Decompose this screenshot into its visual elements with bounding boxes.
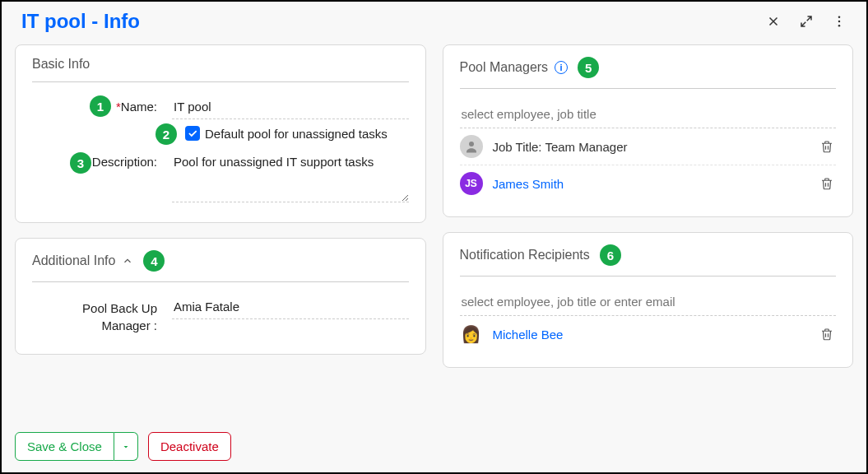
default-pool-label: Default pool for unassigned tasks (205, 127, 388, 141)
save-close-button[interactable]: Save & Close (15, 432, 114, 461)
save-button-group: Save & Close (15, 432, 138, 461)
pool-managers-select[interactable] (460, 104, 837, 128)
default-pool-checkbox[interactable] (185, 126, 200, 141)
backup-manager-label: Pool Back Up Manager : (32, 297, 172, 334)
annotation-badge-3: 3 (70, 152, 91, 174)
more-icon[interactable] (832, 14, 847, 29)
basic-info-card: Basic Info 1 *Name: 2 Default pool for u… (15, 44, 426, 223)
divider (460, 276, 837, 276)
svg-point-3 (469, 142, 474, 146)
notification-title: Notification Recipients 6 (460, 244, 837, 271)
avatar: 👩 (460, 323, 483, 346)
trash-icon[interactable] (818, 174, 836, 193)
basic-info-title: Basic Info (32, 57, 409, 77)
info-icon[interactable]: i (555, 61, 568, 74)
svg-point-0 (838, 16, 841, 18)
pool-managers-title-text: Pool Managers (460, 60, 549, 75)
divider (32, 281, 409, 282)
divider (460, 88, 837, 89)
trash-icon[interactable] (818, 325, 836, 343)
svg-point-1 (838, 21, 841, 23)
save-dropdown-button[interactable] (114, 432, 138, 461)
avatar (460, 135, 483, 158)
description-label: Description: (32, 152, 172, 169)
notification-select[interactable] (460, 291, 837, 316)
additional-info-card: Additional Info 4 Pool Back Up Manager : (15, 238, 426, 355)
pool-managers-list: Job Title: Team ManagerJSJames Smith (460, 128, 837, 202)
backup-manager-input[interactable] (172, 297, 409, 319)
notification-card: Notification Recipients 6 👩Michelle Bee (443, 232, 854, 368)
pool-managers-title: Pool Managers i 5 (460, 57, 837, 83)
annotation-badge-5: 5 (578, 57, 599, 78)
svg-point-2 (838, 25, 841, 27)
name-input[interactable] (172, 97, 409, 119)
annotation-badge-1: 1 (90, 95, 111, 117)
additional-info-title-text: Additional Info (32, 253, 115, 268)
chevron-up-icon[interactable] (122, 255, 133, 267)
avatar: JS (460, 172, 483, 195)
list-item: JSJames Smith (460, 165, 837, 202)
page-title: IT pool - Info (21, 10, 140, 33)
close-icon[interactable] (766, 14, 781, 29)
pool-managers-card: Pool Managers i 5 Job Title: Team Manage… (443, 44, 854, 217)
list-item-label: Job Title: Team Manager (493, 140, 809, 154)
expand-icon[interactable] (799, 14, 814, 29)
trash-icon[interactable] (818, 137, 836, 156)
annotation-badge-2: 2 (155, 123, 177, 145)
backup-manager-row: Pool Back Up Manager : (32, 297, 409, 334)
default-pool-row: 2 Default pool for unassigned tasks (172, 126, 409, 141)
description-field-row: 3 Description: (32, 152, 409, 202)
dialog-header: IT pool - Info (2, 2, 866, 38)
deactivate-button[interactable]: Deactivate (148, 432, 231, 461)
list-item-label[interactable]: James Smith (493, 177, 809, 191)
annotation-badge-4: 4 (143, 250, 165, 272)
list-item: 👩Michelle Bee (460, 316, 837, 352)
list-item: Job Title: Team Manager (460, 128, 837, 165)
additional-info-title: Additional Info 4 (32, 250, 409, 276)
description-input[interactable] (172, 152, 409, 202)
notification-list: 👩Michelle Bee (460, 316, 837, 352)
header-actions (766, 14, 847, 29)
list-item-label[interactable]: Michelle Bee (493, 328, 809, 342)
name-field-row: 1 *Name: (32, 97, 409, 119)
annotation-badge-6: 6 (600, 244, 621, 266)
notification-title-text: Notification Recipients (460, 248, 590, 263)
divider (32, 81, 409, 82)
footer: Save & Close Deactivate (15, 432, 231, 461)
